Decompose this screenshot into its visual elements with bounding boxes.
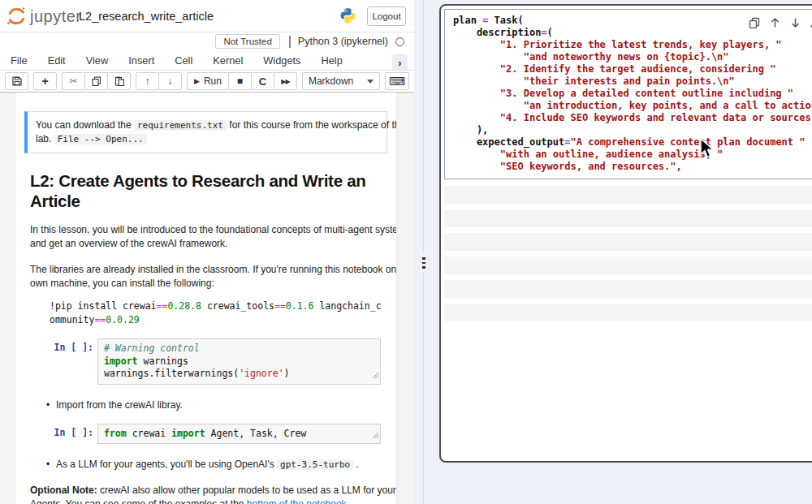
mouse-cursor (698, 138, 718, 162)
cell-type-value: Markdown (309, 75, 353, 87)
save-icon (12, 76, 22, 86)
save-button[interactable] (5, 72, 28, 90)
menu-edit[interactable]: Edit (48, 54, 66, 67)
notebook-content: You can download the requirements.txt fo… (15, 93, 396, 504)
pane-expander-button[interactable]: › (392, 54, 408, 71)
menu-widgets[interactable]: Widgets (263, 54, 300, 67)
chevron-down-icon (367, 80, 374, 84)
cell-input[interactable]: # Warning controlimport warningswarnings… (97, 338, 381, 385)
restart-run-all-button[interactable]: ▶▶ (274, 72, 297, 90)
divider-drag-handle[interactable] (420, 253, 427, 273)
cell-prompt: In [ ]: (15, 424, 97, 445)
run-label: Run (204, 75, 222, 87)
pip-install-code: !pip install crewai==0.28.8 crewai_tools… (50, 299, 390, 326)
jupyter-logo-text: jupyter (30, 7, 82, 26)
python-logo-icon (339, 7, 356, 28)
toolbar: + ✂ ↑ ↓ ▶Run ■ C ▶▶ Markdown ⌨ (0, 71, 414, 93)
menu-insert[interactable]: Insert (128, 54, 154, 67)
fast-forward-icon: ▶▶ (281, 78, 289, 85)
resize-grip-icon[interactable] (372, 370, 379, 383)
cell-prompt: In [ ]: (15, 338, 97, 385)
task-code: plan = Task( description=( "1. Prioritiz… (453, 15, 812, 173)
add-cell-button[interactable]: + (33, 72, 57, 90)
intro-paragraph: In this lesson, you will be introduced t… (30, 223, 390, 251)
scissors-icon: ✂ (69, 75, 77, 87)
paste-icon (114, 76, 124, 86)
menu-view[interactable]: View (86, 54, 109, 67)
stop-icon: ■ (237, 75, 243, 87)
install-paragraph: The libraries are already installed in t… (30, 263, 390, 291)
list-item: As a LLM for your agents, you'll be usin… (56, 458, 390, 472)
copy-icon[interactable] (749, 17, 760, 28)
move-cell-up-button[interactable]: ↑ (136, 72, 159, 90)
resize-grip-icon[interactable] (372, 430, 379, 443)
paste-cell-button[interactable] (107, 72, 131, 90)
run-button[interactable]: ▶Run (187, 72, 229, 90)
logout-button[interactable]: Logout (367, 6, 406, 26)
trust-badge[interactable]: Not Trusted (215, 34, 279, 49)
cut-cell-button[interactable]: ✂ (62, 72, 85, 90)
optional-note: Optional Note: crewAI also allow other p… (30, 484, 390, 504)
pane-divider (423, 0, 424, 504)
code-actions (749, 17, 812, 28)
bullet-list-llm: As a LLM for your agents, you'll be usin… (15, 458, 390, 472)
code-snippet-box[interactable]: plan = Task( description=( "1. Prioritiz… (444, 9, 812, 179)
kernel-status-icon (395, 37, 404, 46)
cell-input[interactable]: from crewai import Agent, Task, Crew (97, 424, 381, 445)
code-cell-warning[interactable]: In [ ]: # Warning controlimport warnings… (15, 338, 381, 385)
jupyter-logo[interactable]: jupyter (6, 6, 82, 27)
restart-kernel-button[interactable]: C (251, 72, 274, 90)
page-title: L2: Create Agents to Research and Write … (30, 170, 390, 211)
menu-cell[interactable]: Cell (175, 54, 192, 67)
notebook-title[interactable]: L2_research_write_article (79, 10, 214, 23)
status-row: Not Trusted Python 3 (ipykernel) (0, 32, 414, 50)
menu-bar: File Edit View Insert Cell Kernel Widget… (0, 50, 414, 71)
menu-kernel[interactable]: Kernel (213, 54, 243, 67)
menu-file[interactable]: File (11, 54, 28, 67)
reference-code-panel: plan = Task( description=( "1. Prioritiz… (439, 4, 812, 463)
kernel-divider (289, 36, 291, 48)
kernel-name: Python 3 (ipykernel) (298, 36, 388, 47)
list-item: Import from the crewAI libray. (56, 398, 390, 411)
header: jupyter L2_research_write_article Logout (0, 0, 414, 32)
bullet-list-import: Import from the crewAI libray. (15, 398, 390, 411)
arrow-down-icon[interactable] (790, 17, 801, 28)
keyboard-icon: ⌨ (389, 75, 405, 88)
faded-content-rows (444, 186, 812, 327)
notebook-pane: jupyter L2_research_write_article Logout… (0, 0, 414, 504)
move-cell-down-button[interactable]: ↓ (158, 72, 182, 90)
cell-type-select[interactable]: Markdown (302, 72, 380, 90)
play-icon: ▶ (194, 77, 200, 85)
copy-icon (92, 76, 102, 86)
download-callout: You can download the requirements.txt fo… (24, 111, 387, 153)
code-cell-import[interactable]: In [ ]: from crewai import Agent, Task, … (15, 424, 381, 445)
jupyter-logo-icon (6, 6, 26, 27)
copy-cell-button[interactable] (84, 72, 108, 90)
menu-help[interactable]: Help (322, 54, 343, 67)
command-palette-button[interactable]: ⌨ (385, 72, 409, 90)
stop-button[interactable]: ■ (228, 72, 252, 90)
arrow-up-icon[interactable] (770, 17, 780, 28)
restart-icon: C (259, 75, 266, 88)
